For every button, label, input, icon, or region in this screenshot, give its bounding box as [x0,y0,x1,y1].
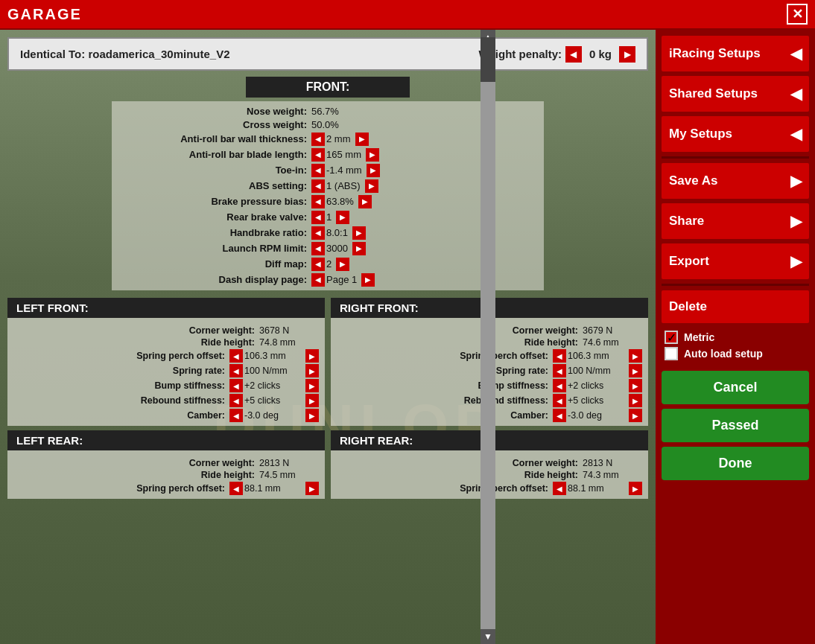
toe-in-dec[interactable]: ◀ [311,164,325,177]
rf-ride-height-value: 74.6 mm [583,337,642,348]
delete-label: Delete [669,299,707,314]
dash-page-inc[interactable]: ▶ [361,273,375,287]
arb-thickness-dec[interactable]: ◀ [311,133,325,146]
arb-length-dec[interactable]: ◀ [311,148,325,162]
param-row-brake-bias: Brake pressure bias: ◀ 63.8% ▶ [118,194,538,209]
lf-spring-perch-inc[interactable]: ▶ [305,349,319,363]
diff-map-inc[interactable]: ▶ [336,258,349,271]
lf-camber-value: -3.0 deg [244,410,304,421]
toe-in-ctrl: ◀ -1.4 mm ▶ [311,164,380,177]
lf-bump-inc[interactable]: ▶ [305,379,319,392]
lf-bump-dec[interactable]: ◀ [229,379,243,392]
rf-spring-rate-dec[interactable]: ◀ [553,364,566,377]
close-button[interactable]: ✕ [787,4,808,25]
dash-page-dec[interactable]: ◀ [311,273,325,287]
arb-length-inc[interactable]: ▶ [366,148,379,162]
diff-map-dec[interactable]: ◀ [311,258,325,271]
rf-rebound-ctrl: ◀ +5 clicks ▶ [553,394,642,407]
brake-bias-dec[interactable]: ◀ [311,195,325,208]
handbrake-dec[interactable]: ◀ [311,226,325,240]
rf-spring-perch-value: 106.3 mm [568,351,627,361]
lf-spring-perch-dec[interactable]: ◀ [229,349,243,363]
metric-checkbox[interactable]: ✓ [665,331,678,344]
lf-spring-rate-dec[interactable]: ◀ [229,364,243,377]
lf-corner-weight-row: Corner weight: 3678 N [13,325,319,337]
metric-label: Metric [684,331,714,343]
rf-rebound-dec[interactable]: ◀ [553,394,566,407]
rear-brake-dec[interactable]: ◀ [311,211,325,224]
abs-inc[interactable]: ▶ [365,179,378,193]
share-btn[interactable]: Share ▶ [662,203,809,239]
rf-camber-dec[interactable]: ◀ [553,409,566,422]
lf-spring-perch-value: 106.3 mm [244,351,304,361]
rf-bump-ctrl: ◀ +2 clicks ▶ [553,379,642,392]
rf-camber-value: -3.0 deg [568,410,627,421]
done-btn[interactable]: Done [662,447,809,480]
abs-dec[interactable]: ◀ [311,179,325,193]
lf-rebound-ctrl: ◀ +5 clicks ▶ [229,394,319,407]
arb-thickness-inc[interactable]: ▶ [355,133,369,146]
rf-bump-value: +2 clicks [568,380,627,391]
lf-ride-height-label: Ride height: [13,337,259,348]
my-setups-btn[interactable]: My Setups ◀ [662,116,809,152]
rf-spring-rate-inc[interactable]: ▶ [629,364,642,377]
weight-increase-btn[interactable]: ▶ [619,46,635,63]
rf-spring-rate-ctrl: ◀ 100 N/mm ▶ [553,364,642,377]
lf-spring-rate-value: 100 N/mm [244,366,304,376]
param-row-rear-brake: Rear brake valve: ◀ 1 ▶ [118,209,538,225]
toe-in-value: -1.4 mm [326,165,362,176]
content-overlay: Identical To: roadamerica_30minute_V2 We… [0,30,656,644]
launch-rpm-dec[interactable]: ◀ [311,242,325,255]
rf-spring-perch-inc[interactable]: ▶ [629,349,642,363]
shared-setups-btn[interactable]: Shared Setups ◀ [662,76,809,112]
iracing-setups-label: iRacing Setups [669,46,761,61]
handbrake-inc[interactable]: ▶ [352,226,366,240]
rr-ride-height-label: Ride height: [337,470,583,480]
lr-spring-perch-dec[interactable]: ◀ [229,482,243,495]
weight-section: Weight penalty: ◀ 0 kg ▶ [479,46,635,63]
launch-rpm-inc[interactable]: ▶ [352,242,366,255]
save-as-btn[interactable]: Save As ▶ [662,163,809,199]
save-as-arrow: ▶ [790,172,802,190]
my-setups-arrow: ◀ [790,125,802,143]
weight-decrease-btn[interactable]: ◀ [565,46,582,63]
nose-weight-label: Nose weight: [118,106,311,117]
lf-ride-height-row: Ride height: 74.8 mm [13,337,319,348]
rr-spring-perch-dec[interactable]: ◀ [553,482,566,495]
delete-btn[interactable]: Delete [662,290,809,323]
lf-camber-dec[interactable]: ◀ [229,409,243,422]
lr-spring-perch-inc[interactable]: ▶ [305,482,319,495]
rf-camber-label: Camber: [337,410,553,421]
brake-bias-inc[interactable]: ▶ [358,195,372,208]
lf-rebound-dec[interactable]: ◀ [229,394,243,407]
rf-bump-inc[interactable]: ▶ [629,379,642,392]
lf-bump-value: +2 clicks [244,380,304,391]
export-arrow: ▶ [790,252,802,270]
export-btn[interactable]: Export ▶ [662,243,809,279]
toe-in-inc[interactable]: ▶ [367,164,380,177]
scroll-down-btn[interactable]: ▼ [481,629,495,644]
rf-ride-height-label: Ride height: [337,337,583,348]
arb-thickness-label: Anti-roll bar wall thickness: [118,133,311,144]
left-panel: Identical To: roadamerica_30minute_V2 We… [0,30,656,644]
rf-spring-perch-dec[interactable]: ◀ [553,349,566,363]
lf-camber-inc[interactable]: ▶ [305,409,319,422]
launch-rpm-label: Launch RPM limit: [118,243,311,254]
lf-rebound-inc[interactable]: ▶ [305,394,319,407]
rf-camber-inc[interactable]: ▶ [629,409,642,422]
toe-in-label: Toe-in: [118,165,311,176]
passed-btn[interactable]: Passed [662,409,809,442]
rr-spring-perch-label: Spring perch offset: [337,483,553,494]
rr-spring-perch-inc[interactable]: ▶ [629,482,642,495]
scrollbar-thumb[interactable] [481,37,495,82]
rear-brake-inc[interactable]: ▶ [336,211,349,224]
lf-spring-rate-inc[interactable]: ▶ [305,364,319,377]
lf-spring-rate-label: Spring rate: [13,366,229,376]
iracing-setups-btn[interactable]: iRacing Setups ◀ [662,36,809,71]
info-bar: Identical To: roadamerica_30minute_V2 We… [7,37,648,71]
cancel-btn[interactable]: Cancel [662,371,809,404]
rf-rebound-inc[interactable]: ▶ [629,394,642,407]
rf-bump-dec[interactable]: ◀ [553,379,566,392]
autoload-checkbox[interactable] [665,347,678,360]
lf-corner-weight-value: 3678 N [259,325,319,336]
